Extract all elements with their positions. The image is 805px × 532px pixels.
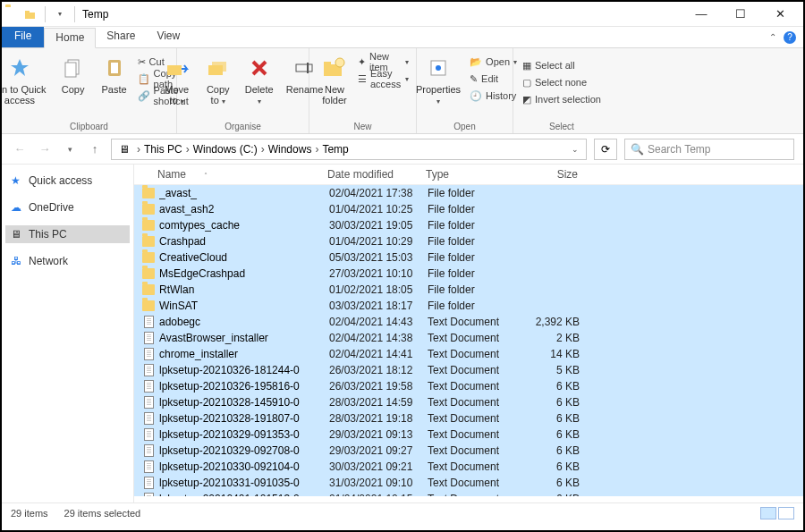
close-button[interactable]: ✕ bbox=[760, 2, 800, 27]
invert-selection-button[interactable]: ◩Invert selection bbox=[522, 91, 601, 107]
details-view-button[interactable] bbox=[760, 507, 776, 519]
edit-button[interactable]: ✎Edit bbox=[470, 71, 517, 87]
file-name: chrome_installer bbox=[159, 348, 329, 360]
new-folder-button[interactable]: New folder bbox=[317, 52, 352, 107]
nav-back-button[interactable]: ← bbox=[11, 142, 29, 156]
file-size: 2 KB bbox=[517, 332, 580, 344]
file-type: File folder bbox=[428, 219, 517, 232]
col-size[interactable]: Size bbox=[515, 168, 578, 181]
select-all-button[interactable]: ▦Select all bbox=[522, 57, 601, 73]
folder-icon bbox=[141, 186, 156, 200]
text-file-icon bbox=[141, 476, 156, 490]
breadcrumb-history-icon[interactable]: ⌄ bbox=[572, 145, 582, 154]
file-row[interactable]: _avast_02/04/2021 17:38File folder bbox=[134, 185, 803, 201]
select-none-button[interactable]: ▢Select none bbox=[522, 74, 601, 90]
column-headers[interactable]: Name˄ Date modified Type Size bbox=[134, 165, 803, 185]
nav-recent-dropdown[interactable]: ▾ bbox=[61, 145, 79, 154]
file-row[interactable]: lpksetup-20210326-195816-026/03/2021 19:… bbox=[134, 378, 803, 394]
file-row[interactable]: lpksetup-20210330-092104-030/03/2021 09:… bbox=[134, 459, 803, 475]
file-type: File folder bbox=[428, 283, 517, 296]
col-type[interactable]: Type bbox=[426, 168, 515, 181]
svg-rect-7 bbox=[167, 65, 182, 75]
file-row[interactable]: lpksetup-20210401-101513-001/04/2021 10:… bbox=[134, 491, 803, 496]
file-row[interactable]: lpksetup-20210328-191807-028/03/2021 19:… bbox=[134, 410, 803, 426]
refresh-button[interactable]: ⟳ bbox=[594, 139, 617, 160]
file-row[interactable]: RtWlan01/02/2021 18:05File folder bbox=[134, 282, 803, 298]
star-icon: ★ bbox=[11, 174, 23, 187]
thumbnail-view-button[interactable] bbox=[778, 507, 794, 519]
minimize-button[interactable]: — bbox=[682, 2, 721, 27]
nav-forward-button[interactable]: → bbox=[36, 142, 54, 156]
file-row[interactable]: MsEdgeCrashpad27/03/2021 10:10File folde… bbox=[134, 266, 803, 282]
easy-access-button[interactable]: ☰Easy access ▾ bbox=[358, 71, 409, 87]
file-row[interactable]: Crashpad01/04/2021 10:29File folder bbox=[134, 233, 803, 249]
invert-icon: ◩ bbox=[522, 94, 531, 106]
sidebar-this-pc[interactable]: 🖥This PC bbox=[5, 225, 130, 243]
paste-button[interactable]: Paste bbox=[97, 52, 132, 107]
file-row[interactable]: CreativeCloud05/03/2021 15:03File folder bbox=[134, 249, 803, 266]
copy-to-button[interactable]: Copy to ▾ bbox=[200, 52, 236, 109]
file-row[interactable]: adobegc02/04/2021 14:43Text Document2,39… bbox=[134, 314, 803, 330]
file-date: 29/03/2021 09:13 bbox=[329, 428, 428, 441]
sparkle-icon: ✦ bbox=[358, 56, 366, 68]
bc-segment[interactable]: Windows bbox=[268, 143, 312, 156]
bc-segment[interactable]: This PC bbox=[144, 143, 182, 156]
file-row[interactable]: AvastBrowser_installer02/04/2021 14:38Te… bbox=[134, 330, 803, 346]
ribbon-collapse-icon[interactable]: ⌃ bbox=[769, 32, 776, 42]
pc-icon: 🖥 bbox=[11, 228, 23, 241]
bc-segment[interactable]: Temp bbox=[322, 143, 348, 156]
file-row[interactable]: lpksetup-20210326-181244-026/03/2021 18:… bbox=[134, 362, 803, 378]
search-input[interactable]: 🔍 Search Temp bbox=[624, 139, 794, 160]
file-list[interactable]: _avast_02/04/2021 17:38File folderavast_… bbox=[134, 185, 803, 496]
properties-button[interactable]: Properties▾ bbox=[412, 52, 464, 109]
open-button[interactable]: 📂Open ▾ bbox=[470, 54, 517, 70]
text-file-icon bbox=[141, 427, 156, 442]
tab-view[interactable]: View bbox=[146, 27, 191, 47]
file-row[interactable]: lpksetup-20210328-145910-028/03/2021 14:… bbox=[134, 394, 803, 410]
folder-icon bbox=[141, 266, 156, 281]
bc-segment[interactable]: Windows (C:) bbox=[193, 143, 258, 156]
history-button[interactable]: 🕘History bbox=[470, 88, 517, 104]
sidebar-quick-access[interactable]: ★Quick access bbox=[5, 172, 130, 190]
file-row[interactable]: comtypes_cache30/03/2021 19:05File folde… bbox=[134, 217, 803, 233]
qat-new-folder-icon[interactable] bbox=[23, 7, 38, 21]
sidebar-onedrive[interactable]: ☁OneDrive bbox=[5, 198, 130, 216]
col-date[interactable]: Date modified bbox=[327, 168, 426, 181]
file-size: 14 KB bbox=[517, 348, 580, 360]
nav-up-button[interactable]: ↑ bbox=[86, 142, 104, 156]
file-menu[interactable]: File bbox=[2, 27, 44, 47]
pin-quick-access-button[interactable]: Pin to Quick access bbox=[0, 52, 50, 107]
copy-button[interactable]: Copy bbox=[55, 52, 91, 107]
file-row[interactable]: WinSAT03/03/2021 18:17File folder bbox=[134, 298, 803, 314]
file-type: Text Document bbox=[428, 428, 517, 441]
file-row[interactable]: lpksetup-20210329-092708-029/03/2021 09:… bbox=[134, 443, 803, 459]
file-row[interactable]: lpksetup-20210331-091035-031/03/2021 09:… bbox=[134, 475, 803, 491]
file-row[interactable]: lpksetup-20210329-091353-029/03/2021 09:… bbox=[134, 426, 803, 443]
move-to-button[interactable]: Move to ▾ bbox=[159, 52, 195, 109]
file-name: lpksetup-20210326-195816-0 bbox=[159, 380, 329, 393]
file-type: Text Document bbox=[428, 380, 517, 393]
open-group-label: Open bbox=[417, 122, 513, 131]
sidebar-network[interactable]: 🖧Network bbox=[5, 252, 130, 270]
col-name[interactable]: Name˄ bbox=[157, 168, 327, 181]
file-name: comtypes_cache bbox=[159, 219, 329, 232]
cloud-icon: ☁ bbox=[11, 201, 23, 214]
file-name: lpksetup-20210329-091353-0 bbox=[159, 428, 329, 441]
file-size: 6 KB bbox=[517, 428, 580, 441]
breadcrumb[interactable]: 🖥 This PC Windows (C:) Windows Temp ⌄ bbox=[111, 139, 587, 160]
text-file-icon bbox=[141, 492, 156, 496]
file-date: 01/02/2021 18:05 bbox=[329, 283, 428, 296]
file-row[interactable]: avast_ash201/04/2021 10:25File folder bbox=[134, 201, 803, 217]
search-placeholder: Search Temp bbox=[648, 143, 710, 156]
file-name: AvastBrowser_installer bbox=[159, 332, 329, 344]
tab-share[interactable]: Share bbox=[96, 27, 146, 47]
delete-button[interactable]: Delete▾ bbox=[242, 52, 277, 109]
organise-group-label: Organise bbox=[177, 122, 309, 131]
help-icon[interactable]: ? bbox=[784, 31, 796, 44]
text-file-icon bbox=[141, 379, 156, 393]
file-row[interactable]: chrome_installer02/04/2021 14:41Text Doc… bbox=[134, 346, 803, 362]
tab-home[interactable]: Home bbox=[44, 28, 96, 48]
file-date: 30/03/2021 19:05 bbox=[329, 219, 428, 232]
maximize-button[interactable]: ☐ bbox=[721, 2, 760, 27]
qat-dropdown-icon[interactable]: ▾ bbox=[53, 7, 67, 21]
